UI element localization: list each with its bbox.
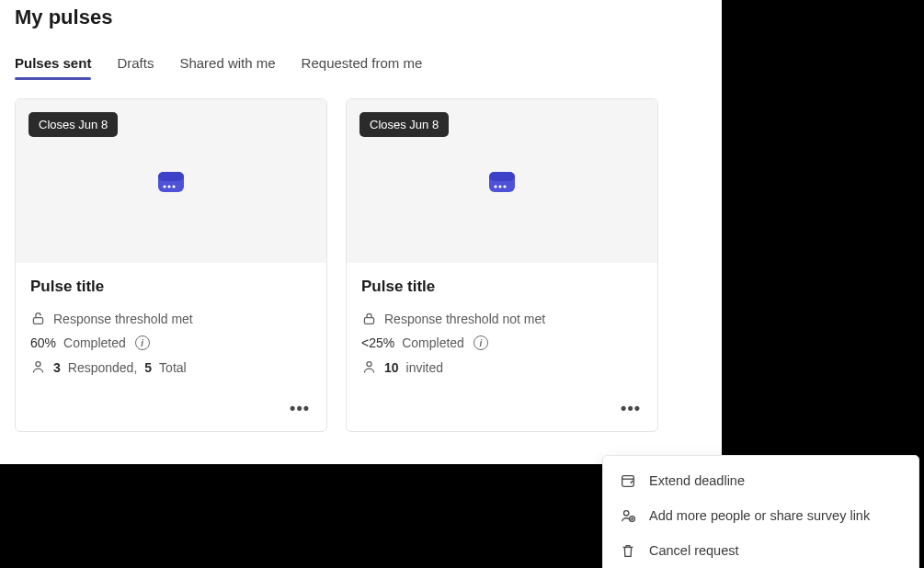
close-date-badge: Closes Jun 8	[29, 112, 118, 137]
more-menu-button[interactable]: •••	[284, 395, 315, 422]
card-body: Pulse title Response threshold not met <…	[347, 263, 657, 395]
svg-point-11	[503, 185, 506, 187]
trash-icon	[620, 542, 636, 559]
svg-rect-5	[33, 318, 42, 324]
completed-label: Completed	[402, 335, 464, 350]
svg-rect-8	[489, 172, 515, 181]
card-footer: •••	[347, 395, 657, 431]
threshold-text: Response threshold met	[53, 312, 193, 326]
person-icon	[30, 359, 46, 375]
calendar-icon	[487, 166, 517, 196]
threshold-row: Response threshold met	[30, 311, 312, 326]
page-title: My pulses	[15, 6, 707, 29]
invited-label: invited	[406, 360, 443, 375]
completed-row: 60% Completed i	[30, 335, 312, 350]
svg-point-6	[36, 362, 40, 367]
svg-point-10	[498, 185, 501, 187]
card-body: Pulse title Response threshold met 60% C…	[16, 263, 326, 395]
tab-shared-with-me[interactable]: Shared with me	[179, 55, 275, 78]
menu-item-label: Cancel request	[649, 543, 739, 558]
svg-point-9	[494, 185, 496, 187]
info-icon[interactable]: i	[135, 335, 150, 350]
threshold-text: Response threshold not met	[384, 312, 545, 326]
people-add-icon	[620, 507, 636, 524]
svg-point-2	[163, 185, 165, 187]
card-header: Closes Jun 8	[16, 99, 326, 263]
svg-point-13	[367, 362, 371, 367]
people-row: 3 Responded, 5 Total	[30, 359, 312, 375]
calendar-edit-icon	[620, 472, 636, 489]
tab-requested-from-me[interactable]: Requested from me	[302, 55, 423, 78]
svg-rect-12	[364, 318, 373, 324]
responded-count: 3	[53, 360, 61, 375]
menu-item-label: Extend deadline	[649, 473, 745, 488]
pulse-card[interactable]: Closes Jun 8 Pulse title Response thr	[15, 98, 327, 432]
svg-point-3	[167, 185, 170, 187]
tab-pulses-sent[interactable]: Pulses sent	[15, 55, 91, 78]
cards-row: Closes Jun 8 Pulse title Response thr	[15, 98, 707, 432]
svg-point-15	[624, 511, 629, 516]
pulse-title: Pulse title	[361, 278, 643, 296]
pulse-title: Pulse title	[30, 278, 312, 296]
more-menu-button[interactable]: •••	[615, 395, 646, 422]
tab-drafts[interactable]: Drafts	[117, 55, 154, 78]
info-icon[interactable]: i	[473, 335, 488, 350]
svg-rect-1	[158, 172, 184, 181]
people-row: 10 invited	[361, 359, 643, 375]
context-menu: Extend deadline Add more people or share…	[602, 455, 919, 568]
person-icon	[361, 359, 377, 375]
pulse-card[interactable]: Closes Jun 8 Pulse title Response thr	[346, 98, 658, 432]
completed-pct: <25%	[361, 335, 394, 350]
card-footer: •••	[16, 395, 326, 431]
calendar-icon	[156, 166, 186, 196]
app-container: My pulses Pulses sent Drafts Shared with…	[0, 0, 722, 464]
completed-label: Completed	[63, 335, 126, 350]
total-label: Total	[159, 360, 187, 375]
invited-count: 10	[384, 360, 399, 375]
close-date-badge: Closes Jun 8	[359, 112, 449, 137]
responded-label: Responded,	[68, 360, 138, 375]
completed-pct: 60%	[30, 335, 56, 350]
tabs: Pulses sent Drafts Shared with me Reques…	[15, 55, 707, 78]
card-header: Closes Jun 8	[347, 99, 657, 263]
svg-point-4	[172, 185, 175, 187]
menu-item-cancel-request[interactable]: Cancel request	[603, 533, 918, 568]
lock-icon	[361, 311, 377, 326]
threshold-row: Response threshold not met	[361, 311, 643, 326]
completed-row: <25% Completed i	[361, 335, 643, 350]
total-count: 5	[144, 360, 152, 375]
menu-item-extend-deadline[interactable]: Extend deadline	[603, 463, 918, 498]
menu-item-add-people[interactable]: Add more people or share survey link	[603, 498, 918, 533]
lock-open-icon	[30, 311, 46, 326]
menu-item-label: Add more people or share survey link	[649, 508, 870, 523]
